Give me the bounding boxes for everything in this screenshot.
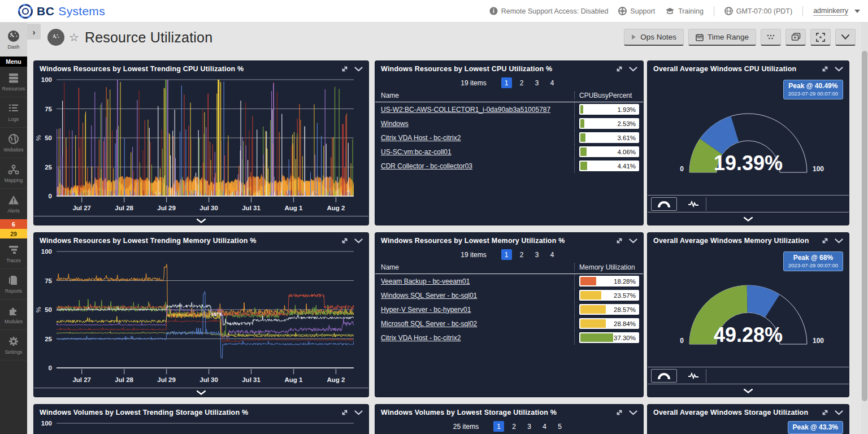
page-button-1[interactable]: 1 xyxy=(501,249,512,260)
resource-link[interactable]: Microsoft SQL Server - bc-sql02 xyxy=(381,320,477,328)
svg-text:50: 50 xyxy=(45,134,52,141)
sparkline-tab[interactable] xyxy=(680,369,706,383)
panel-storage-table: Windows Volumes by Lowest Storage Utiliz… xyxy=(375,405,643,434)
page-button-2[interactable]: 2 xyxy=(509,421,519,432)
training-link[interactable]: Training xyxy=(665,7,704,15)
page-button-1[interactable]: 1 xyxy=(493,421,504,432)
scrollbar-thumb[interactable] xyxy=(862,51,867,401)
panel-cpu-trend: Windows Resources by Lowest Trending CPU… xyxy=(34,61,368,225)
collapse-panel-icon[interactable] xyxy=(354,410,363,415)
table-row: Citrix VDA Host - bc-citrix23.61% xyxy=(375,131,643,145)
resource-link[interactable]: US-W2:BC-AWS-COLLECTOR1_i-0da90ab3a51005… xyxy=(381,106,550,114)
page-button-3[interactable]: 3 xyxy=(524,421,535,432)
svg-text:Jul 29: Jul 29 xyxy=(157,205,176,211)
page-button-3[interactable]: 3 xyxy=(532,249,542,260)
collapse-header-button[interactable] xyxy=(835,29,856,46)
legend-expand-toggle[interactable] xyxy=(648,384,849,397)
collapse-panel-icon[interactable] xyxy=(354,238,363,244)
sidebar-item-label: Settings xyxy=(5,349,23,355)
resource-link[interactable]: Citrix VDA Host - bc-citrix2 xyxy=(381,134,461,142)
sparkline-tab[interactable] xyxy=(680,197,706,211)
sidebar-item-reports[interactable]: Reports xyxy=(0,269,27,300)
collapse-panel-icon[interactable] xyxy=(629,238,637,244)
expand-panel-icon[interactable] xyxy=(615,237,623,245)
collapse-panel-icon[interactable] xyxy=(835,410,843,415)
sidebar-item-modules[interactable]: Modules xyxy=(0,300,27,330)
sidebar-item-websites[interactable]: Websites xyxy=(0,128,27,158)
timezone-selector[interactable]: GMT-07:00 (PDT) xyxy=(724,7,792,15)
expand-panel-icon[interactable] xyxy=(615,65,623,73)
items-count: 19 items xyxy=(461,251,486,259)
expand-panel-icon[interactable] xyxy=(341,65,349,73)
user-menu[interactable]: adminkerry xyxy=(813,7,860,16)
svg-text:Aug 2: Aug 2 xyxy=(327,205,345,211)
collapse-panel-icon[interactable] xyxy=(629,67,637,72)
ops-notes-button[interactable]: Ops Notes xyxy=(624,29,684,46)
slideshow-button[interactable] xyxy=(785,29,806,46)
sidebar-item-dash[interactable]: Dash xyxy=(0,23,27,57)
collapse-panel-icon[interactable] xyxy=(629,410,637,415)
scrollbar[interactable] xyxy=(861,23,868,434)
page-button-2[interactable]: 2 xyxy=(517,77,527,88)
table-header: Name CPUBusyPercent xyxy=(375,92,643,102)
page-button-4[interactable]: 4 xyxy=(547,77,558,88)
panel-title: Windows Resources by Lowest Trending CPU… xyxy=(40,65,244,73)
legend-expand-toggle[interactable] xyxy=(34,216,368,225)
expand-panel-icon[interactable] xyxy=(341,409,349,416)
resource-link[interactable]: Citrix VDA Host - bc-citrix2 xyxy=(381,334,461,342)
page-button-4[interactable]: 4 xyxy=(547,249,558,260)
alert-count-badge[interactable]: 29 xyxy=(0,229,27,238)
peak-badge: Peak @ 43.3% xyxy=(788,421,843,434)
collapse-panel-icon[interactable] xyxy=(835,238,843,244)
page-button-5[interactable]: 5 xyxy=(554,421,565,432)
panel-storage-gauge: Overall Average Windows Storage Utilizat… xyxy=(648,405,849,434)
fullscreen-button[interactable] xyxy=(810,29,831,46)
expand-panel-icon[interactable] xyxy=(821,237,829,245)
resource-link[interactable]: US-SC:vm:bc-az-coll01 xyxy=(381,148,452,156)
expand-panel-icon[interactable] xyxy=(821,65,829,73)
traces-icon xyxy=(8,244,19,255)
time-range-button[interactable]: Time Range xyxy=(688,29,756,46)
peak-badge: Peak @ 68% 2023-07-29 00:07:00 xyxy=(783,251,843,271)
sidebar-item-resources[interactable]: Resources xyxy=(0,67,27,97)
page-button-2[interactable]: 2 xyxy=(517,249,527,260)
gauge-tab[interactable] xyxy=(651,369,677,383)
sidebar-item-mapping[interactable]: Mapping xyxy=(0,158,27,189)
divider xyxy=(714,6,714,16)
globe-icon xyxy=(724,7,733,15)
collapse-panel-icon[interactable] xyxy=(354,67,363,72)
alert-count-badge[interactable]: 6 xyxy=(0,219,27,229)
page-button-4[interactable]: 4 xyxy=(539,421,550,432)
table-row: Veeam Backup - bc-veeam0118.28% xyxy=(375,274,643,288)
resource-link[interactable]: Veeam Backup - bc-veeam01 xyxy=(381,277,470,285)
expand-panel-icon[interactable] xyxy=(821,409,829,416)
resource-link[interactable]: Hyper-V Server - bc-hyperv01 xyxy=(381,306,471,314)
favorite-star-icon[interactable]: ☆ xyxy=(69,31,79,44)
sidebar-item-traces[interactable]: Traces xyxy=(0,238,27,269)
sidebar-item-logs[interactable]: Logs xyxy=(0,97,27,128)
support-link[interactable]: Support xyxy=(618,7,655,15)
panel-title: Windows Resources by Lowest CPU Utilizat… xyxy=(381,65,552,73)
legend-expand-toggle[interactable] xyxy=(648,212,849,225)
sidebar-item-settings[interactable]: Settings xyxy=(0,330,27,361)
share-dashboard-button[interactable] xyxy=(761,29,781,46)
resource-link[interactable]: Windows xyxy=(381,120,409,128)
panel-title: Windows Resources by Lowest Trending Mem… xyxy=(40,237,257,245)
legend-expand-toggle[interactable] xyxy=(34,388,368,397)
sidebar-item-alerts[interactable]: Alerts xyxy=(0,189,27,219)
gauge-tab[interactable] xyxy=(651,197,677,211)
fullscreen-icon xyxy=(816,33,825,42)
panel-title: Windows Resources by Lowest Memory Utili… xyxy=(381,237,565,245)
table-row: CDR Collector - bc-collector034.41% xyxy=(375,159,643,173)
resource-link[interactable]: CDR Collector - bc-collector03 xyxy=(381,162,472,170)
collapse-panel-icon[interactable] xyxy=(835,67,843,72)
page-button-1[interactable]: 1 xyxy=(501,77,512,88)
sidebar-expand-button[interactable]: › xyxy=(27,24,41,40)
value-cell: 37.30% xyxy=(574,331,643,345)
table-row: US-W2:BC-AWS-COLLECTOR1_i-0da90ab3a51005… xyxy=(375,102,643,116)
svg-text:0: 0 xyxy=(680,165,684,173)
page-button-3[interactable]: 3 xyxy=(532,77,542,88)
expand-panel-icon[interactable] xyxy=(341,237,349,245)
expand-panel-icon[interactable] xyxy=(615,409,623,416)
resource-link[interactable]: Windows SQL Server - bc-sql01 xyxy=(381,292,477,300)
